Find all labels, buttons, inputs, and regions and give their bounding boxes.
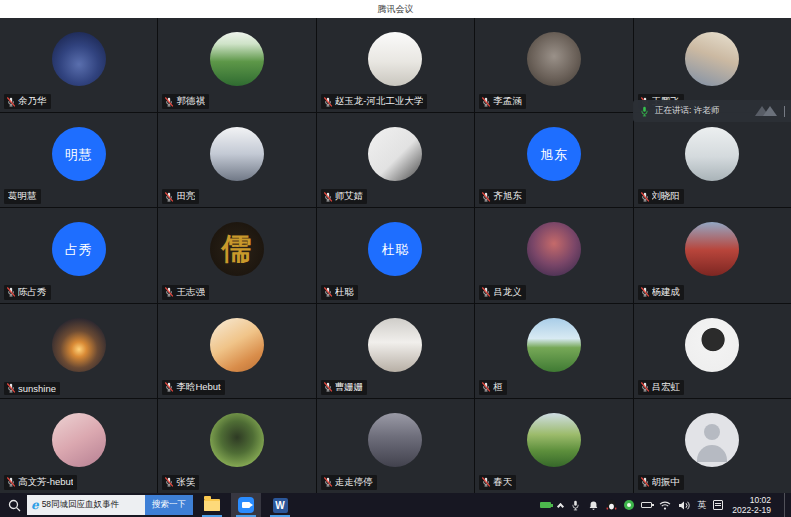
participant-name: 高文芳-hebut	[18, 476, 73, 489]
participant-tile[interactable]: 师艾婧	[317, 113, 474, 207]
taskbar-word[interactable]: W	[265, 493, 295, 517]
participant-tile[interactable]: 旭东 齐旭东	[475, 113, 632, 207]
participant-name-label: 高文芳-hebut	[4, 475, 77, 490]
collapse-chevrons-icon[interactable]	[755, 106, 777, 116]
participant-name-label: 吕宏虹	[638, 380, 685, 395]
clock-time: 10:02	[732, 495, 771, 505]
participant-tile[interactable]: 占秀 陈占秀	[0, 208, 157, 302]
participant-tile[interactable]: 李孟涵	[475, 18, 632, 112]
tray-mic-icon[interactable]	[570, 500, 581, 511]
avatar: 儒	[210, 222, 264, 276]
participant-tile[interactable]: 桓	[475, 304, 632, 398]
speaking-indicator-toast[interactable]: 正在讲话: 许老师	[633, 100, 791, 122]
participant-name-label: 李孟涵	[479, 94, 526, 109]
avatar	[52, 413, 106, 467]
participant-tile[interactable]: 李晗Hebut	[158, 304, 315, 398]
action-center-icon[interactable]	[713, 500, 723, 510]
avatar	[685, 222, 739, 276]
participant-tile[interactable]: 刘晓阳	[634, 113, 791, 207]
participant-tile[interactable]: sunshine	[0, 304, 157, 398]
avatar-text: 占秀	[65, 243, 93, 256]
participant-name: 齐旭东	[493, 190, 522, 203]
participant-name-label: 李晗Hebut	[162, 380, 224, 395]
video-camera-icon	[238, 497, 254, 513]
participant-name-label: 王志强	[162, 285, 209, 300]
participant-tile[interactable]: 儒 王志强	[158, 208, 315, 302]
participant-tile[interactable]: 明慧 葛明慧	[0, 113, 157, 207]
avatar-text: 明慧	[65, 148, 93, 161]
participant-name: 走走停停	[335, 476, 373, 489]
avatar	[52, 318, 106, 372]
participant-tile[interactable]: 王鹏飞	[634, 18, 791, 112]
folder-icon	[204, 499, 220, 511]
participant-tile[interactable]: 吕宏虹	[634, 304, 791, 398]
system-tray: 英 10:02 2022-2-19	[540, 493, 791, 517]
participant-name: 赵玉龙-河北工业大学	[335, 95, 424, 108]
participant-name-label: 葛明慧	[4, 189, 41, 204]
person-silhouette-icon	[704, 424, 720, 440]
bell-icon[interactable]	[588, 500, 599, 511]
participant-tile[interactable]: 杜聪 杜聪	[317, 208, 474, 302]
avatar	[210, 413, 264, 467]
avatar	[210, 127, 264, 181]
participant-tile[interactable]: 吕龙义	[475, 208, 632, 302]
avatar-text: 儒	[222, 234, 253, 264]
muted-mic-icon	[481, 382, 491, 392]
chevron-up-icon[interactable]	[557, 503, 564, 510]
avatar	[527, 222, 581, 276]
participant-tile[interactable]: 赵玉龙-河北工业大学	[317, 18, 474, 112]
search-icon[interactable]	[8, 499, 21, 512]
muted-mic-icon	[323, 287, 333, 297]
taskbar-file-explorer[interactable]	[197, 493, 227, 517]
volume-icon[interactable]	[678, 500, 690, 511]
participant-name: 杜聪	[335, 286, 354, 299]
avatar-text: 杜聪	[381, 243, 409, 256]
participant-name: 桓	[493, 381, 503, 394]
muted-mic-icon	[6, 383, 16, 393]
participant-name-label: 陈占秀	[4, 285, 51, 300]
avatar	[368, 127, 422, 181]
participant-tile[interactable]: 张笑	[158, 399, 315, 493]
participant-tile[interactable]: 春天	[475, 399, 632, 493]
avatar: 占秀	[52, 222, 106, 276]
avatar: 杜聪	[368, 222, 422, 276]
participant-name-label: 杜聪	[321, 285, 358, 300]
word-icon: W	[273, 498, 288, 513]
taskbar-search-box[interactable]: e 58同城回应血奴事件	[27, 495, 145, 515]
battery-status-icon[interactable]	[641, 502, 652, 508]
participant-name: sunshine	[18, 383, 56, 394]
participant-name-label: 杨建成	[638, 285, 685, 300]
network-wifi-icon[interactable]	[659, 500, 671, 511]
show-desktop-button[interactable]	[784, 493, 787, 517]
language-indicator[interactable]: 英	[697, 499, 706, 512]
participant-tile[interactable]: 田亮	[158, 113, 315, 207]
clock-date: 2022-2-19	[732, 505, 771, 515]
participant-tile[interactable]: 走走停停	[317, 399, 474, 493]
participant-name-label: 曹姗姗	[321, 380, 368, 395]
qq-icon[interactable]	[606, 499, 617, 511]
security-shield-icon[interactable]	[624, 500, 634, 510]
taskbar-tencent-meeting[interactable]	[231, 493, 261, 517]
participant-name-label: 余乃华	[4, 94, 51, 109]
muted-mic-icon	[6, 287, 16, 297]
meeting-window: 腾讯会议 余乃华 郭德祺 赵玉龙-河北工业大学 李孟涵 王鹏飞 明慧 葛明慧	[0, 0, 791, 517]
participant-tile[interactable]: 杨建成	[634, 208, 791, 302]
participant-tile[interactable]: 郭德祺	[158, 18, 315, 112]
participant-name-label: 胡振中	[638, 475, 685, 490]
participant-name: 张笑	[176, 476, 195, 489]
windows-taskbar: e 58同城回应血奴事件 搜索一下 W	[0, 493, 791, 517]
participant-tile[interactable]: 高文芳-hebut	[0, 399, 157, 493]
participant-tile[interactable]: 余乃华	[0, 18, 157, 112]
muted-mic-icon	[481, 97, 491, 107]
participant-name: 陈占秀	[18, 286, 47, 299]
muted-mic-icon	[323, 192, 333, 202]
battery-charging-icon[interactable]	[540, 502, 551, 508]
search-submit-button[interactable]: 搜索一下	[145, 495, 193, 515]
avatar-text: 旭东	[540, 148, 568, 161]
participant-tile[interactable]: 胡振中	[634, 399, 791, 493]
participant-name-label: 张笑	[162, 475, 199, 490]
participant-name-label: 郭德祺	[162, 94, 209, 109]
taskbar-clock[interactable]: 10:02 2022-2-19	[730, 495, 777, 515]
avatar	[685, 32, 739, 86]
participant-tile[interactable]: 曹姗姗	[317, 304, 474, 398]
